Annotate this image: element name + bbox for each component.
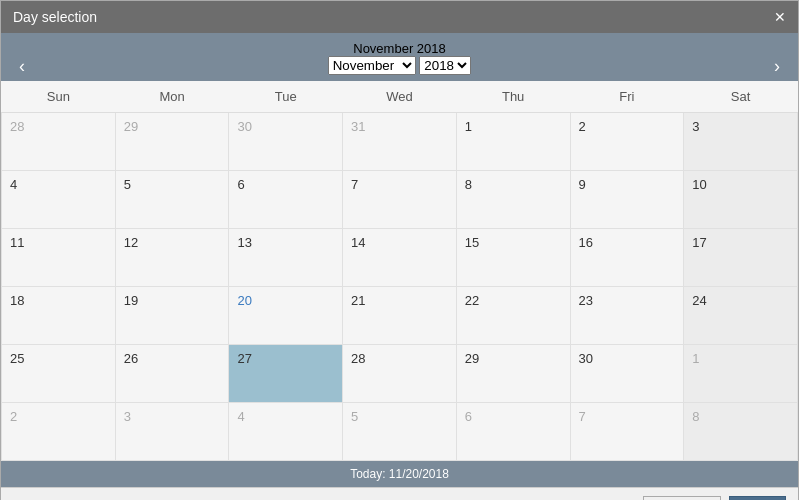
- day-number: 2: [571, 113, 684, 140]
- weekday-header: Wed: [343, 81, 457, 113]
- calendar-day[interactable]: 8: [684, 403, 798, 461]
- day-number: 30: [229, 113, 342, 140]
- title-bar: Day selection ✕: [1, 1, 798, 33]
- calendar-day[interactable]: 12: [115, 229, 229, 287]
- close-button[interactable]: ✕: [774, 10, 786, 24]
- calendar-day[interactable]: 6: [229, 171, 343, 229]
- calendar-day[interactable]: 3: [115, 403, 229, 461]
- weekday-header: Fri: [570, 81, 684, 113]
- calendar-day[interactable]: 1: [456, 113, 570, 171]
- calendar-day[interactable]: 4: [229, 403, 343, 461]
- weekday-header: Thu: [456, 81, 570, 113]
- day-number: 10: [684, 171, 797, 198]
- calendar-day[interactable]: 28: [343, 345, 457, 403]
- day-number: 6: [457, 403, 570, 430]
- calendar-day[interactable]: 25: [2, 345, 116, 403]
- calendar-day[interactable]: 15: [456, 229, 570, 287]
- day-number: 5: [116, 171, 229, 198]
- month-year-label: November 2018: [353, 41, 446, 56]
- calendar-day[interactable]: 29: [456, 345, 570, 403]
- calendar-day[interactable]: 27: [229, 345, 343, 403]
- day-number: 3: [116, 403, 229, 430]
- calendar-day[interactable]: 17: [684, 229, 798, 287]
- day-number: 8: [457, 171, 570, 198]
- calendar-day[interactable]: 30: [570, 345, 684, 403]
- day-number: 28: [343, 345, 456, 372]
- calendar-week-row: 2526272829301: [2, 345, 798, 403]
- day-number: 25: [2, 345, 115, 372]
- day-number: 21: [343, 287, 456, 314]
- day-number: 1: [684, 345, 797, 372]
- prev-month-button[interactable]: ‹: [13, 57, 31, 75]
- calendar-body: SunMonTueWedThuFriSat 282930311234567891…: [1, 81, 798, 461]
- day-number: 31: [343, 113, 456, 140]
- day-number: 9: [571, 171, 684, 198]
- calendar-day[interactable]: 9: [570, 171, 684, 229]
- cancel-button[interactable]: Cancel: [643, 496, 721, 500]
- day-number: 24: [684, 287, 797, 314]
- day-number: 8: [684, 403, 797, 430]
- calendar-day[interactable]: 18: [2, 287, 116, 345]
- calendar-day[interactable]: 22: [456, 287, 570, 345]
- day-number: 1: [457, 113, 570, 140]
- calendar-week-row: 2345678: [2, 403, 798, 461]
- calendar-day[interactable]: 6: [456, 403, 570, 461]
- weekday-header: Sun: [2, 81, 116, 113]
- calendar-day[interactable]: 16: [570, 229, 684, 287]
- weekday-header: Mon: [115, 81, 229, 113]
- calendar-day[interactable]: 30: [229, 113, 343, 171]
- day-number: 15: [457, 229, 570, 256]
- calendar-day[interactable]: 3: [684, 113, 798, 171]
- day-number: 2: [2, 403, 115, 430]
- dialog-title: Day selection: [13, 9, 97, 25]
- month-select[interactable]: JanuaryFebruaryMarchAprilMayJuneJulyAugu…: [328, 56, 416, 75]
- calendar-day[interactable]: 1: [684, 345, 798, 403]
- calendar-day[interactable]: 5: [343, 403, 457, 461]
- calendar-day[interactable]: 21: [343, 287, 457, 345]
- calendar-day[interactable]: 14: [343, 229, 457, 287]
- day-number: 19: [116, 287, 229, 314]
- day-number: 29: [457, 345, 570, 372]
- calendar-day[interactable]: 10: [684, 171, 798, 229]
- ok-button[interactable]: OK: [729, 496, 786, 500]
- calendar-day[interactable]: 23: [570, 287, 684, 345]
- calendar-footer: Today: 11/20/2018: [1, 461, 798, 487]
- calendar-day[interactable]: 28: [2, 113, 116, 171]
- calendar-day[interactable]: 2: [2, 403, 116, 461]
- day-number: 26: [116, 345, 229, 372]
- year-select[interactable]: 2015201620172018201920202021: [419, 56, 471, 75]
- next-month-button[interactable]: ›: [768, 57, 786, 75]
- calendar-day[interactable]: 11: [2, 229, 116, 287]
- calendar-day[interactable]: 7: [343, 171, 457, 229]
- calendar-day[interactable]: 24: [684, 287, 798, 345]
- calendar-week-row: 45678910: [2, 171, 798, 229]
- today-label: Today: 11/20/2018: [350, 467, 449, 481]
- day-number: 7: [571, 403, 684, 430]
- day-number: 23: [571, 287, 684, 314]
- day-number: 16: [571, 229, 684, 256]
- day-number: 20: [229, 287, 342, 314]
- day-number: 7: [343, 171, 456, 198]
- calendar-day[interactable]: 8: [456, 171, 570, 229]
- day-number: 28: [2, 113, 115, 140]
- day-number: 5: [343, 403, 456, 430]
- day-number: 12: [116, 229, 229, 256]
- weekday-header-row: SunMonTueWedThuFriSat: [2, 81, 798, 113]
- calendar-day[interactable]: 13: [229, 229, 343, 287]
- calendar-week-row: 18192021222324: [2, 287, 798, 345]
- calendar-day[interactable]: 19: [115, 287, 229, 345]
- day-number: 29: [116, 113, 229, 140]
- calendar-day[interactable]: 26: [115, 345, 229, 403]
- day-number: 18: [2, 287, 115, 314]
- day-number: 17: [684, 229, 797, 256]
- day-selection-dialog: Day selection ✕ November 2018 ‹ JanuaryF…: [0, 0, 799, 500]
- calendar-day[interactable]: 5: [115, 171, 229, 229]
- calendar-day[interactable]: 29: [115, 113, 229, 171]
- calendar-day[interactable]: 7: [570, 403, 684, 461]
- calendar-day[interactable]: 4: [2, 171, 116, 229]
- calendar-header: November 2018 ‹ JanuaryFebruaryMarchApri…: [1, 33, 798, 81]
- calendar-day[interactable]: 20: [229, 287, 343, 345]
- calendar-day[interactable]: 31: [343, 113, 457, 171]
- day-number: 4: [2, 171, 115, 198]
- calendar-day[interactable]: 2: [570, 113, 684, 171]
